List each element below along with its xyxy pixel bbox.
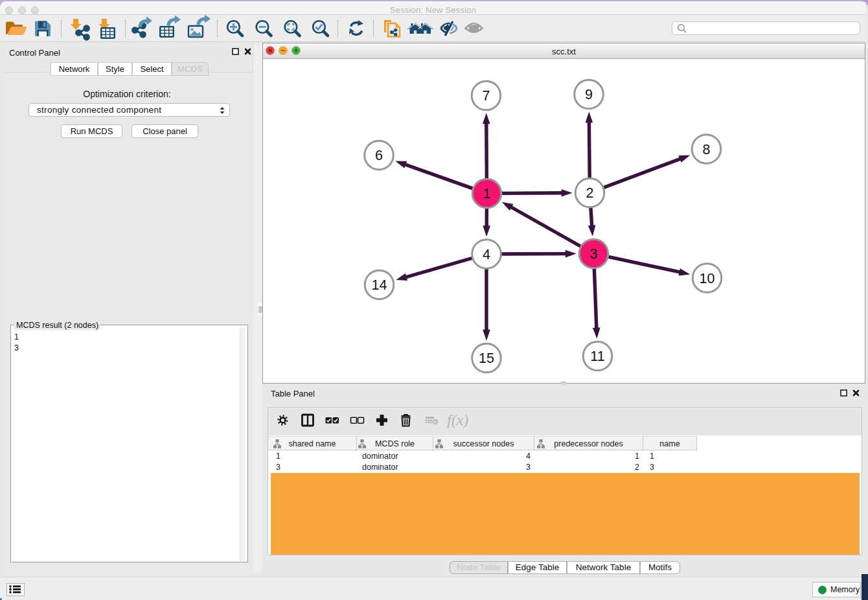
svg-text:f(x): f(x) (447, 411, 468, 428)
svg-text:2: 2 (586, 185, 594, 201)
svg-text:1: 1 (483, 186, 491, 202)
svg-text:11: 11 (590, 349, 604, 364)
svg-text:7: 7 (483, 88, 490, 104)
svg-text:6: 6 (375, 148, 383, 163)
svg-text:15: 15 (479, 351, 494, 366)
svg-text:10: 10 (700, 271, 715, 286)
svg-text:9: 9 (585, 87, 593, 102)
svg-text:8: 8 (703, 142, 711, 157)
svg-text:4: 4 (483, 247, 490, 262)
svg-text:3: 3 (590, 246, 598, 262)
svg-text:14: 14 (372, 277, 387, 293)
